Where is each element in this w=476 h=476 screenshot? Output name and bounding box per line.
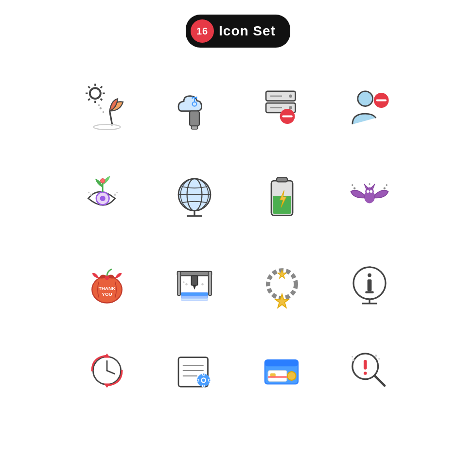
icon-grid: THANK YOU xyxy=(66,67,411,412)
info-clock-icon xyxy=(328,242,411,324)
beach-umbrella-icon xyxy=(66,67,148,150)
svg-point-37 xyxy=(88,192,89,193)
header-pill: 16 Icon Set xyxy=(186,15,290,48)
svg-point-71 xyxy=(183,281,184,283)
svg-point-72 xyxy=(201,283,203,285)
svg-point-11 xyxy=(99,107,101,109)
svg-line-7 xyxy=(100,86,102,88)
svg-rect-78 xyxy=(367,279,371,291)
svg-point-25 xyxy=(289,106,292,110)
svg-rect-68 xyxy=(181,296,208,298)
vision-plant-icon xyxy=(66,154,148,237)
svg-point-52 xyxy=(370,190,372,193)
svg-point-60 xyxy=(105,276,109,280)
badge-number: 16 xyxy=(191,19,214,43)
svg-line-5 xyxy=(88,86,89,88)
svg-point-39 xyxy=(116,192,118,193)
wreath-icon xyxy=(241,242,323,324)
svg-rect-66 xyxy=(191,276,197,286)
svg-line-6 xyxy=(100,99,102,100)
3d-printer-icon xyxy=(153,242,236,324)
svg-point-22 xyxy=(289,94,292,98)
svg-point-109 xyxy=(352,356,353,357)
svg-line-9 xyxy=(109,111,112,126)
svg-rect-99 xyxy=(264,360,298,366)
svg-point-106 xyxy=(363,372,367,375)
time-reset-icon xyxy=(66,329,148,412)
svg-rect-64 xyxy=(177,272,180,296)
svg-point-110 xyxy=(375,355,377,357)
svg-line-105 xyxy=(375,376,385,386)
settings-card-icon xyxy=(153,329,236,412)
globe-icon xyxy=(153,154,236,237)
svg-point-38 xyxy=(114,194,116,196)
svg-point-10 xyxy=(93,124,120,130)
svg-point-35 xyxy=(100,179,105,183)
svg-rect-15 xyxy=(191,126,197,129)
svg-point-108 xyxy=(352,359,354,361)
svg-rect-69 xyxy=(181,299,208,300)
svg-rect-95 xyxy=(202,385,204,387)
svg-point-29 xyxy=(357,91,372,106)
svg-rect-14 xyxy=(190,111,199,126)
svg-point-70 xyxy=(185,283,187,285)
svg-point-93 xyxy=(202,379,205,382)
page-header: 16 Icon Set xyxy=(186,15,290,48)
svg-point-0 xyxy=(89,88,100,99)
svg-point-36 xyxy=(89,194,91,196)
svg-rect-65 xyxy=(208,272,212,296)
svg-rect-97 xyxy=(208,379,210,381)
svg-rect-63 xyxy=(177,272,211,276)
svg-point-56 xyxy=(386,184,387,186)
bat-icon xyxy=(328,154,411,237)
svg-rect-67 xyxy=(181,293,208,296)
svg-point-77 xyxy=(368,273,371,277)
svg-rect-107 xyxy=(363,360,367,370)
svg-point-12 xyxy=(98,104,99,106)
svg-point-53 xyxy=(353,187,355,189)
svg-text:YOU: YOU xyxy=(102,291,112,297)
svg-point-13 xyxy=(102,111,104,113)
svg-text:THANK: THANK xyxy=(98,286,115,291)
svg-rect-96 xyxy=(196,379,198,381)
svg-point-51 xyxy=(366,190,369,193)
thank-you-icon: THANK YOU xyxy=(66,242,148,324)
cloud-usb-icon xyxy=(153,67,236,150)
svg-rect-47 xyxy=(277,178,287,182)
svg-line-8 xyxy=(88,99,89,100)
server-remove-icon xyxy=(241,67,323,150)
svg-point-57 xyxy=(369,183,370,185)
user-block-icon xyxy=(328,67,411,150)
header-title: Icon Set xyxy=(219,23,276,39)
svg-rect-94 xyxy=(202,374,204,375)
svg-point-33 xyxy=(100,196,105,201)
battery-charge-icon xyxy=(241,154,323,237)
search-alert-icon xyxy=(328,329,411,412)
svg-point-103 xyxy=(287,372,296,380)
wallet-icon xyxy=(241,329,323,412)
svg-point-55 xyxy=(383,187,385,189)
svg-point-111 xyxy=(378,358,380,359)
svg-point-54 xyxy=(352,184,353,186)
svg-rect-79 xyxy=(365,291,374,293)
svg-marker-75 xyxy=(278,270,286,279)
